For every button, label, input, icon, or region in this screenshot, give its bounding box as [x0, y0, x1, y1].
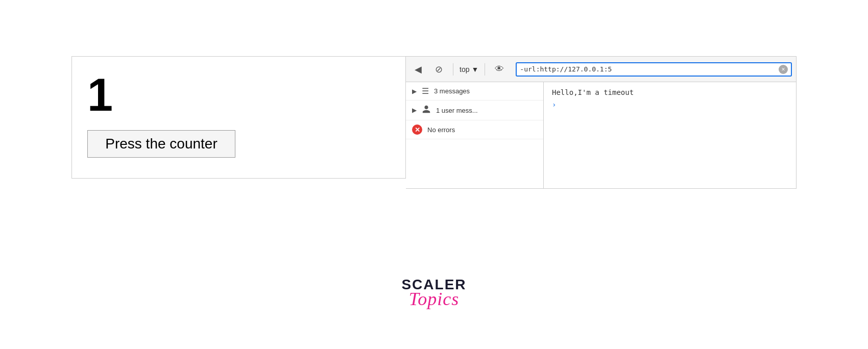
devtools-body: ▶ ☰ 3 messages ▶ 1 user mess... ✕: [406, 82, 796, 188]
toolbar-divider: [453, 63, 453, 76]
eye-button[interactable]: 👁: [491, 61, 508, 78]
url-input[interactable]: [520, 65, 779, 73]
toolbar-divider-2: [485, 63, 485, 76]
app-preview: 1 Press the counter: [71, 56, 406, 179]
expand-arrow-icon: ▶: [412, 88, 417, 95]
block-icon-button[interactable]: ⊘: [430, 61, 447, 78]
context-label: top: [460, 65, 469, 73]
drawer-icon: ◀: [415, 64, 422, 75]
devtools-panel: ◀ ⊘ top ▼ 👁 × ▶: [406, 56, 797, 189]
list-icon: ☰: [422, 86, 429, 96]
messages-pane: ▶ ☰ 3 messages ▶ 1 user mess... ✕: [406, 82, 544, 188]
messages-label: 3 messages: [434, 87, 470, 95]
counter-display: 1: [87, 67, 390, 118]
user-messages-row[interactable]: ▶ 1 user mess...: [406, 101, 543, 120]
error-dot-icon: ✕: [412, 124, 422, 135]
dropdown-arrow-icon: ▼: [471, 65, 478, 73]
block-icon: ⊘: [435, 64, 443, 75]
press-counter-button[interactable]: Press the counter: [87, 130, 235, 158]
eye-icon: 👁: [495, 64, 504, 74]
output-line-1: Hello,I'm a timeout: [552, 88, 788, 96]
messages-row[interactable]: ▶ ☰ 3 messages: [406, 82, 543, 101]
drawer-toggle-button[interactable]: ◀: [410, 61, 426, 78]
url-clear-button[interactable]: ×: [779, 65, 788, 74]
user-icon: [422, 105, 431, 116]
url-input-container: ×: [516, 62, 792, 77]
output-pane: Hello,I'm a timeout ›: [544, 82, 796, 188]
scaler-logo: SCALER Topics: [401, 278, 466, 308]
devtools-toolbar: ◀ ⊘ top ▼ 👁 ×: [406, 57, 796, 82]
output-chevron-icon: ›: [552, 101, 788, 109]
errors-row[interactable]: ✕ No errors: [406, 120, 543, 139]
no-errors-label: No errors: [427, 126, 455, 134]
user-messages-label: 1 user mess...: [436, 107, 478, 114]
context-selector[interactable]: top ▼: [460, 65, 478, 73]
topics-brand-text: Topics: [409, 290, 460, 308]
expand-arrow-icon-2: ▶: [412, 107, 417, 114]
